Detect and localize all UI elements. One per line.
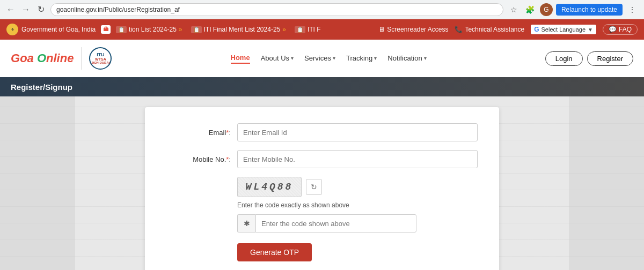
screenreader-label: Screenreader Access	[387, 26, 448, 33]
auth-buttons: Login Register	[545, 51, 633, 66]
login-button[interactable]: Login	[545, 51, 583, 66]
bg-decorative-left	[0, 96, 75, 270]
extensions-icon[interactable]: 🧩	[524, 3, 537, 16]
email-label: Email*:	[166, 129, 231, 137]
captcha-input-icon: ✱	[237, 214, 255, 232]
nav-notification-label: Notification	[387, 54, 422, 62]
captcha-refresh-button[interactable]: ↻	[306, 179, 322, 195]
avatar[interactable]: G	[540, 3, 553, 16]
chat-icon: 💬	[609, 26, 617, 33]
gov-name: Government of Goa, India	[21, 26, 96, 33]
captcha-image-row: WL4Q88 ↻	[237, 177, 478, 197]
logo-area: Goa Online ITU WTSA 2024 DUBAI	[11, 47, 112, 70]
mobile-row: Mobile No.*:	[166, 150, 478, 168]
ticker-icon-3: 📋	[295, 26, 305, 33]
ticker-text-3: ITI F	[308, 26, 321, 33]
captcha-hint: Enter the code exactly as shown above	[237, 201, 478, 209]
captcha-image: WL4Q88	[237, 177, 302, 197]
arrow-icon-1: »	[179, 26, 182, 33]
gov-emblem: ⚜	[6, 24, 18, 35]
bg-decorative-right	[569, 96, 644, 270]
gov-info: ⚜ Government of Goa, India	[6, 24, 96, 35]
url-bar[interactable]	[50, 3, 503, 16]
nav-about-arrow: ▾	[291, 55, 294, 61]
google-g-icon: G	[534, 26, 539, 33]
nav-notification[interactable]: Notification ▾	[387, 54, 426, 63]
monitor-icon: 🖥	[378, 26, 385, 33]
asterisk-icon: ✱	[244, 219, 250, 228]
screenreader-link[interactable]: 🖥 Screenreader Access	[378, 26, 448, 33]
nav-services-arrow: ▾	[333, 55, 335, 61]
faq-button[interactable]: 💬 FAQ	[603, 24, 638, 35]
ticker-content: 📋 tion List 2024-25 » 📋 ITI Final Merit …	[116, 26, 321, 33]
ticker-text-1: tion List 2024-25	[129, 26, 177, 33]
faq-label: FAQ	[619, 26, 632, 33]
technical-assistance-label: Technical Assistance	[465, 26, 524, 33]
select-language-text: Select Language	[541, 26, 586, 33]
browser-chrome: ← → ↻ ☆ 🧩 G Relaunch to update ⋮	[0, 0, 644, 19]
mobile-required: *	[226, 155, 229, 163]
mobile-input[interactable]	[237, 150, 478, 168]
ticker-icon-2: 📋	[191, 26, 202, 33]
captcha-input-row: ✱	[237, 214, 478, 232]
page-title-bar: Register/Signup	[0, 77, 644, 96]
captcha-text: WL4Q88	[246, 182, 294, 192]
email-input[interactable]	[237, 123, 478, 141]
top-bar: ⚜ Government of Goa, India 🏔 📋 tion List…	[0, 19, 644, 40]
menu-icon[interactable]: ⋮	[626, 3, 639, 16]
registration-form: Email*: Mobile No.*: WL4Q88 ↻ Enter the …	[145, 107, 499, 270]
nav-home-label: Home	[231, 54, 250, 62]
nav-tracking[interactable]: Tracking ▾	[346, 54, 377, 63]
nav-notification-arrow: ▾	[424, 55, 427, 61]
captcha-input[interactable]	[255, 214, 416, 232]
goa-online-logo[interactable]: Goa Online	[11, 51, 74, 65]
main-content: Email*: Mobile No.*: WL4Q88 ↻ Enter the …	[0, 96, 644, 270]
header: Goa Online ITU WTSA 2024 DUBAI Home Abou…	[0, 40, 644, 77]
nav-about-label: About Us	[261, 54, 289, 62]
relaunch-button[interactable]: Relaunch to update	[556, 4, 623, 16]
nav-about[interactable]: About Us ▾	[261, 54, 294, 63]
top-bar-logo: 🏔	[101, 25, 111, 34]
back-button[interactable]: ←	[5, 4, 16, 15]
language-selector[interactable]: G Select Language ▼	[531, 25, 596, 34]
nav-tracking-label: Tracking	[346, 54, 372, 62]
top-bar-right: 🖥 Screenreader Access 📞 Technical Assist…	[378, 24, 638, 35]
ticker-text-2: ITI Final Merit List 2024-25	[204, 26, 281, 33]
page-title: Register/Signup	[11, 82, 72, 92]
nav-services[interactable]: Services ▾	[304, 54, 335, 63]
forward-button[interactable]: →	[20, 4, 31, 15]
nav-tracking-arrow: ▾	[374, 55, 377, 61]
bookmark-icon[interactable]: ☆	[508, 3, 521, 16]
select-arrow-icon: ▼	[588, 27, 593, 33]
email-required: *	[226, 129, 229, 137]
itu-logo: ITU WTSA 2024 DUBAI	[81, 47, 112, 70]
arrow-icon-2: »	[282, 26, 286, 33]
register-button[interactable]: Register	[587, 51, 633, 66]
generate-otp-button[interactable]: Generate OTP	[237, 243, 312, 261]
main-nav: Home About Us ▾ Services ▾ Tracking ▾ No…	[112, 54, 545, 64]
nav-home[interactable]: Home	[231, 54, 250, 64]
news-ticker: 📋 tion List 2024-25 » 📋 ITI Final Merit …	[116, 26, 373, 34]
refresh-button[interactable]: ↻	[35, 4, 46, 15]
nav-services-label: Services	[304, 54, 331, 62]
mobile-label: Mobile No.*:	[166, 155, 231, 163]
itu-circle: ITU WTSA 2024 DUBAI	[89, 47, 112, 70]
refresh-icon: ↻	[311, 183, 317, 191]
phone-icon: 📞	[455, 26, 463, 33]
email-row: Email*:	[166, 123, 478, 141]
technical-assistance-link[interactable]: 📞 Technical Assistance	[455, 26, 524, 33]
ticker-icon-1: 📋	[116, 26, 127, 33]
